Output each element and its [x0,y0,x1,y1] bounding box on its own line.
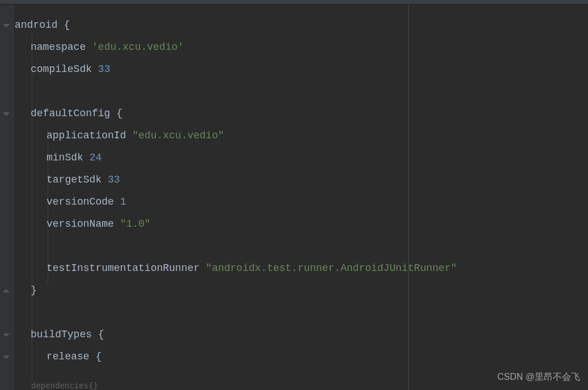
code-line[interactable] [15,302,588,324]
fold-close-icon[interactable] [2,287,10,295]
token-kw: compileSdk [31,63,98,75]
token-kw: buildTypes [31,329,92,340]
code-line[interactable] [15,80,588,103]
code-line[interactable]: compileSdk 33 [15,58,588,80]
token-punct: } [31,285,37,296]
code-line[interactable]: versionName "1.0" [15,213,588,235]
code-line[interactable]: applicationId "edu.xcu.vedio" [15,125,588,147]
token-num: 33 [108,174,120,185]
code-line[interactable]: testInstrumentationRunner "androidx.test… [15,257,588,279]
editor-container: android {namespace 'edu.xcu.vedio'compil… [0,5,588,390]
watermark: CSDN @里昂不会飞 [497,371,580,383]
code-line[interactable]: defaultConfig { [15,103,588,125]
token-punct: { [90,351,102,362]
token-kw: defaultConfig [31,108,110,119]
gutter [0,5,15,390]
code-line[interactable]: targetSdk 33 [15,169,588,191]
token-kw: namespace [31,41,92,53]
code-line[interactable]: release { [15,346,588,368]
token-str: "androidx.test.runner.AndroidJUnitRunner… [206,262,457,274]
code-area[interactable]: android {namespace 'edu.xcu.vedio'compil… [15,5,588,390]
fold-open-icon[interactable] [2,110,10,118]
token-num: 33 [98,63,111,75]
code-line[interactable]: minSdk 24 [15,147,588,169]
token-kw: testInstrumentationRunner [46,262,206,274]
token-kw: minSdk [46,152,90,163]
token-kw: versionCode [46,196,120,207]
token-kw: android [15,19,58,31]
token-num: 1 [120,196,126,207]
token-punct: { [92,329,104,340]
token-punct: { [110,108,122,119]
dependencies-hint: dependencies{} [31,381,98,390]
code-line[interactable]: android { [15,14,588,36]
token-punct: { [58,19,70,31]
fold-open-icon[interactable] [2,22,10,29]
code-line[interactable]: namespace 'edu.xcu.vedio' [15,36,588,58]
token-kw: applicationId [46,130,132,141]
code-line[interactable]: buildTypes { [15,324,588,346]
fold-open-icon[interactable] [2,331,10,339]
token-kw: targetSdk [46,174,108,185]
code-line[interactable]: versionCode 1 [15,191,588,213]
token-kw: release [46,351,90,362]
token-str: "1.0" [120,218,151,230]
token-kw: versionName [46,218,120,230]
fold-open-icon[interactable] [2,353,10,361]
token-str: "edu.xcu.vedio" [132,130,224,141]
code-line[interactable]: } [15,279,588,302]
editor-top-border [0,0,588,5]
right-margin-line [408,5,409,390]
token-num: 24 [90,152,102,163]
code-line[interactable] [15,235,588,257]
token-str: 'edu.xcu.vedio' [92,41,184,53]
